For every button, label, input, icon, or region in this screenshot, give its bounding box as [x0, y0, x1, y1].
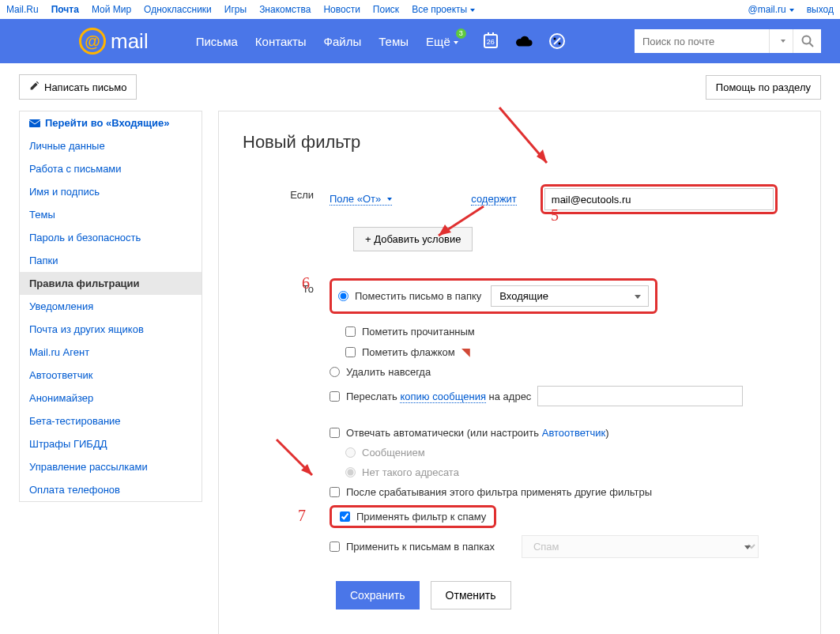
- auto-reply-text: Отвечать автоматически (или настроить Ав…: [346, 427, 609, 439]
- search-scope-dropdown[interactable]: [769, 29, 793, 53]
- topnav-mailru[interactable]: Mail.Ru: [6, 4, 39, 15]
- apply-folders-row[interactable]: Применить к письмам в папках Спам: [330, 531, 797, 562]
- auto-reply-row[interactable]: Отвечать автоматически (или настроить Ав…: [330, 423, 797, 443]
- forward-row[interactable]: Переслать копию сообщения на адрес: [330, 382, 797, 410]
- help-button[interactable]: Помощь по разделу: [706, 75, 821, 100]
- apply-spam-checkbox[interactable]: [340, 511, 350, 522]
- sidebar-item-signature[interactable]: Имя и подпись: [20, 180, 202, 203]
- condition-value-input[interactable]: [544, 188, 774, 210]
- reply-message-radio: [345, 447, 356, 458]
- sidebar-item-personal[interactable]: Личные данные: [20, 134, 202, 157]
- reply-message-row: Сообщением: [345, 443, 797, 462]
- search-input[interactable]: [635, 29, 769, 53]
- logo[interactable]: @ mail: [79, 28, 149, 55]
- search-box: [635, 29, 821, 53]
- mark-flag-checkbox[interactable]: [345, 347, 356, 357]
- sidebar-item-themes[interactable]: Темы: [20, 203, 202, 226]
- folder-select-wrap: Входящие: [491, 285, 649, 307]
- sidebar-item-phone-pay[interactable]: Оплата телефонов: [20, 478, 202, 501]
- svg-point-2: [558, 43, 560, 45]
- cloud-icon[interactable]: [515, 32, 533, 50]
- page-title: Новый фильтр: [243, 132, 797, 153]
- apply-folders-select: Спам: [522, 535, 759, 558]
- add-condition-button[interactable]: + Добавить условие: [353, 227, 473, 251]
- apply-folders-checkbox[interactable]: [330, 542, 340, 552]
- sidebar-item-external-mail[interactable]: Почта из других ящиков: [20, 318, 202, 341]
- forward-copy-link[interactable]: копию сообщения: [400, 391, 486, 403]
- top-nav-left: Mail.Ru Почта Мой Мир Одноклассники Игры…: [6, 4, 475, 15]
- if-label: Если: [243, 184, 330, 275]
- sidebar-item-beta[interactable]: Бета-тестирование: [20, 409, 202, 432]
- field-from-label: Поле «От»: [330, 193, 381, 205]
- sidebar-item-security[interactable]: Пароль и безопасность: [20, 226, 202, 249]
- reply-noaddr-radio: [345, 467, 356, 477]
- contains-dropdown[interactable]: содержит: [471, 193, 517, 206]
- main-nav: Письма Контакты Файлы Темы Ещё 3: [196, 35, 458, 48]
- apply-other-checkbox[interactable]: [330, 487, 340, 497]
- save-button[interactable]: Сохранить: [336, 581, 420, 609]
- highlight-7: Применять фильтр к спаму: [330, 505, 496, 528]
- header-icons: 26: [482, 32, 566, 50]
- nav-more-label: Ещё: [426, 35, 450, 48]
- svg-rect-6: [29, 119, 40, 127]
- auto-reply-pre: Отвечать автоматически (или настроить: [346, 427, 542, 439]
- nav-more[interactable]: Ещё 3: [426, 35, 458, 48]
- nav-files[interactable]: Файлы: [324, 35, 362, 48]
- field-from-dropdown[interactable]: Поле «От»: [330, 193, 392, 206]
- sidebar-item-anonymizer[interactable]: Анонимайзер: [20, 387, 202, 409]
- nav-letters[interactable]: Письма: [196, 35, 238, 48]
- sidebar-item-agent[interactable]: Mail.ru Агент: [20, 341, 202, 364]
- mark-read-row[interactable]: Пометить прочитанным: [345, 322, 797, 342]
- form-actions: Сохранить Отменить: [336, 581, 797, 609]
- filter-form: Новый фильтр 5 Если Поле «От» содержит: [218, 111, 821, 634]
- calendar-icon[interactable]: 26: [482, 32, 499, 50]
- logout-link[interactable]: выход: [807, 4, 834, 15]
- flag-icon: ◥: [461, 345, 470, 358]
- folder-select[interactable]: Входящие: [491, 285, 649, 307]
- sidebar-inbox[interactable]: Перейти во «Входящие»: [20, 111, 202, 134]
- apply-folders-label: Применить к письмам в папках: [346, 541, 495, 553]
- move-folder-radio[interactable]: [338, 291, 348, 301]
- sidebar-item-letters[interactable]: Работа с письмами: [20, 157, 202, 180]
- nav-themes[interactable]: Темы: [379, 35, 409, 48]
- topnav-search[interactable]: Поиск: [373, 4, 399, 15]
- delete-forever-radio[interactable]: [330, 367, 340, 377]
- move-folder-label: Поместить письмо в папку: [355, 290, 481, 302]
- compose-button[interactable]: Написать письмо: [19, 74, 137, 100]
- sidebar-item-folders[interactable]: Папки: [20, 249, 202, 272]
- topnav-all[interactable]: Все проекты: [412, 4, 475, 15]
- topnav-ok[interactable]: Одноклассники: [144, 4, 212, 15]
- nav-contacts[interactable]: Контакты: [255, 35, 307, 48]
- mark-flag-row[interactable]: Пометить флажком ◥: [345, 342, 797, 362]
- sidebar-inbox-label: Перейти во «Входящие»: [45, 117, 169, 129]
- percent-icon[interactable]: [548, 32, 566, 50]
- sidebar-item-autoresponder[interactable]: Автоответчик: [20, 364, 202, 387]
- at-icon: @: [79, 28, 106, 55]
- sidebar-item-subscriptions[interactable]: Управление рассылками: [20, 455, 202, 478]
- topnav-news[interactable]: Новости: [323, 4, 360, 15]
- auto-reply-link[interactable]: Автоответчик: [542, 427, 605, 439]
- mark-read-checkbox[interactable]: [345, 326, 356, 337]
- auto-reply-post: ): [605, 427, 608, 439]
- svg-point-4: [802, 36, 810, 44]
- sidebar-item-notifications[interactable]: Уведомления: [20, 295, 202, 318]
- apply-spam-row[interactable]: Применять фильтр к спаму: [340, 511, 486, 523]
- sidebar-item-fines[interactable]: Штрафы ГИБДД: [20, 432, 202, 455]
- search-button[interactable]: [793, 29, 821, 53]
- apply-other-label: После срабатывания этого фильтра применя…: [346, 486, 652, 498]
- apply-other-row[interactable]: После срабатывания этого фильтра применя…: [330, 482, 797, 502]
- topnav-games[interactable]: Игры: [224, 4, 247, 15]
- toolbar: Написать письмо Помощь по разделу: [0, 63, 840, 111]
- cancel-button[interactable]: Отменить: [431, 581, 511, 609]
- delete-forever-row[interactable]: Удалить навсегда: [330, 362, 797, 382]
- chevron-down-icon: [470, 9, 475, 12]
- topnav-dating[interactable]: Знакомства: [259, 4, 311, 15]
- sidebar-item-filters[interactable]: Правила фильтрации: [20, 272, 202, 295]
- user-email[interactable]: @mail.ru: [748, 4, 794, 15]
- topnav-moimir[interactable]: Мой Мир: [92, 4, 131, 15]
- forward-address-input[interactable]: [537, 386, 743, 406]
- topnav-pochta[interactable]: Почта: [51, 4, 79, 15]
- auto-reply-checkbox[interactable]: [330, 428, 340, 438]
- action-move-folder[interactable]: Поместить письмо в папку: [338, 286, 481, 306]
- forward-checkbox[interactable]: [330, 391, 340, 402]
